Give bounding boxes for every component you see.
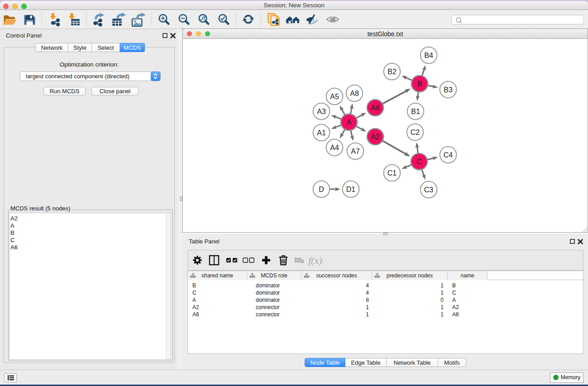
svg-text:B3: B3 — [444, 86, 453, 94]
svg-text:C: C — [416, 158, 422, 166]
svg-text:A3: A3 — [317, 108, 326, 115]
svg-text:D: D — [319, 186, 324, 193]
svg-text:B: B — [417, 80, 422, 88]
svg-text:A8: A8 — [350, 90, 359, 97]
svg-text:B1: B1 — [411, 108, 420, 115]
svg-text:B2: B2 — [387, 68, 397, 76]
svg-text:f(x): f(x) — [308, 255, 322, 266]
svg-text:B4: B4 — [424, 52, 433, 59]
svg-text:A6: A6 — [371, 104, 380, 112]
svg-text:A: A — [347, 119, 352, 126]
svg-text:C3: C3 — [424, 186, 434, 194]
svg-text:D1: D1 — [346, 186, 356, 193]
svg-text:A5: A5 — [330, 93, 339, 100]
svg-text:C2: C2 — [411, 129, 420, 136]
svg-text:A7: A7 — [351, 148, 360, 155]
svg-text:C4: C4 — [444, 151, 453, 159]
svg-text:A2: A2 — [371, 133, 380, 141]
svg-text:A1: A1 — [317, 129, 326, 137]
svg-text:A4: A4 — [330, 144, 339, 152]
svg-text:C1: C1 — [387, 169, 397, 177]
